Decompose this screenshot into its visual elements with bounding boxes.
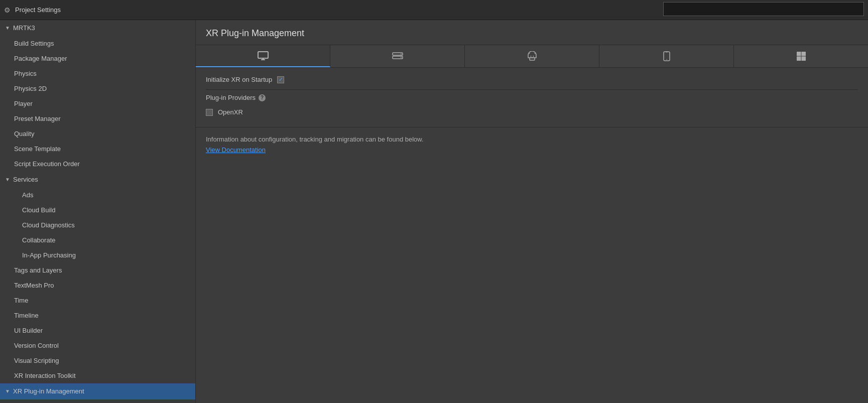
content-panel: XR Plug-in Management <box>196 20 868 403</box>
desktop-icon <box>258 51 269 60</box>
sidebar-item-tags-and-layers[interactable]: Tags and Layers <box>0 263 195 278</box>
sidebar-item-openxr[interactable]: OpenXR <box>0 399 195 403</box>
tab-android[interactable] <box>465 45 599 67</box>
svg-point-8 <box>530 56 531 57</box>
server-icon <box>392 52 403 61</box>
svg-point-9 <box>533 56 534 57</box>
sidebar-category-label: MRTK3 <box>13 23 35 34</box>
sidebar-item-visual-scripting[interactable]: Visual Scripting <box>0 353 195 368</box>
sidebar-item-ui-builder[interactable]: UI Builder <box>0 323 195 338</box>
sidebar-item-label: Preset Manager <box>14 115 61 122</box>
sidebar-item-label: Physics <box>14 70 37 77</box>
sidebar-item-textmesh-pro[interactable]: TextMesh Pro <box>0 278 195 293</box>
sidebar-category-label: Services <box>13 174 38 185</box>
initialize-xr-label: Initialize XR on Startup <box>206 76 272 83</box>
sidebar-item-label: Version Control <box>14 342 59 349</box>
sidebar-item-label: Visual Scripting <box>14 357 59 364</box>
sidebar-item-physics[interactable]: Physics <box>0 66 195 81</box>
window-title: Project Settings <box>15 6 61 14</box>
tab-desktop[interactable] <box>196 45 330 67</box>
sidebar-item-quality[interactable]: Quality <box>0 126 195 142</box>
title-bar-left: ⚙ Project Settings <box>4 6 61 14</box>
windows-icon <box>796 51 806 61</box>
search-container <box>663 2 864 16</box>
tab-ios[interactable] <box>599 45 734 67</box>
sidebar-item-label: Quality <box>14 130 34 138</box>
sidebar-item-xr-plugin-management[interactable]: ▼ XR Plug-in Management <box>0 383 195 399</box>
tab-dedicated-server[interactable] <box>330 45 465 67</box>
sidebar-item-in-app-purchasing[interactable]: In-App Purchasing <box>0 248 195 263</box>
sidebar-item-package-manager[interactable]: Package Manager <box>0 51 195 66</box>
plugin-providers-label: Plug-in Providers <box>206 94 256 101</box>
title-bar: ⚙ Project Settings ⋮ □ ✕ <box>0 0 868 20</box>
svg-point-5 <box>401 54 402 55</box>
sidebar-item-scene-template[interactable]: Scene Template <box>0 142 195 157</box>
svg-rect-7 <box>530 58 535 60</box>
info-text: Information about configuration, trackin… <box>206 136 424 143</box>
sidebar-item-physics-2d[interactable]: Physics 2D <box>0 81 195 96</box>
sidebar-item-label: TextMesh Pro <box>14 282 54 289</box>
sidebar-scroll[interactable]: ▼ MRTK3 Build Settings Package Manager P… <box>0 20 195 403</box>
sidebar-item-label: Script Execution Order <box>14 160 80 168</box>
sidebar-item-label: Cloud Build <box>22 206 56 214</box>
sidebar-item-build-settings[interactable]: Build Settings <box>0 36 195 51</box>
svg-rect-17 <box>797 57 801 61</box>
svg-rect-0 <box>258 52 268 58</box>
sidebar-item-label: Package Manager <box>14 55 67 62</box>
sidebar-item-label: XR Interaction Toolkit <box>14 372 76 379</box>
sidebar-item-cloud-diagnostics[interactable]: Cloud Diagnostics <box>0 218 195 233</box>
tab-windows[interactable] <box>734 45 868 67</box>
info-section: Information about configuration, trackin… <box>196 127 868 162</box>
sidebar-item-label: Ads <box>22 191 33 199</box>
initialize-xr-row: Initialize XR on Startup <box>206 76 858 83</box>
sidebar-item-label: Physics 2D <box>14 85 47 92</box>
sidebar-item-cloud-build[interactable]: Cloud Build <box>0 203 195 218</box>
sidebar-item-player[interactable]: Player <box>0 96 195 111</box>
search-input[interactable] <box>663 2 864 16</box>
sidebar-item-script-execution-order[interactable]: Script Execution Order <box>0 157 195 172</box>
plugin-providers-header: Plug-in Providers ? <box>206 89 858 105</box>
sidebar-item-label: Timeline <box>14 312 39 319</box>
chevron-down-icon: ▼ <box>5 23 11 34</box>
help-icon[interactable]: ? <box>259 94 266 101</box>
sidebar-item-ads[interactable]: Ads <box>0 188 195 203</box>
settings-icon: ⚙ <box>4 6 12 14</box>
sidebar-item-label: Collaborate <box>22 236 56 244</box>
svg-rect-18 <box>801 57 806 61</box>
sidebar-item-timeline[interactable]: Timeline <box>0 308 195 323</box>
sidebar-category-mrtk3[interactable]: ▼ MRTK3 <box>0 20 195 36</box>
xr-section: Initialize XR on Startup Plug-in Provide… <box>196 68 868 127</box>
sidebar-item-label: Cloud Diagnostics <box>22 221 75 229</box>
ios-icon <box>663 51 670 61</box>
sidebar-item-label: UI Builder <box>14 327 43 334</box>
openxr-label: OpenXR <box>218 108 243 116</box>
sidebar-item-collaborate[interactable]: Collaborate <box>0 233 195 248</box>
sidebar-item-label: In-App Purchasing <box>22 251 76 259</box>
android-icon <box>528 51 537 61</box>
sidebar-category-label: XR Plug-in Management <box>13 386 84 397</box>
chevron-down-icon: ▼ <box>5 386 11 397</box>
sidebar-item-label: Time <box>14 297 28 304</box>
sidebar-item-time[interactable]: Time <box>0 293 195 308</box>
svg-rect-15 <box>797 52 801 56</box>
sidebar-item-label: Player <box>14 100 33 107</box>
sidebar: ▼ MRTK3 Build Settings Package Manager P… <box>0 20 196 403</box>
content-title: XR Plug-in Management <box>196 20 868 45</box>
provider-row-openxr: OpenXR <box>206 105 858 119</box>
sidebar-item-preset-manager[interactable]: Preset Manager <box>0 111 195 126</box>
svg-point-13 <box>666 59 667 60</box>
main-layout: ▼ MRTK3 Build Settings Package Manager P… <box>0 20 868 403</box>
openxr-checkbox[interactable] <box>206 109 213 116</box>
svg-rect-16 <box>801 52 806 56</box>
platform-tabs <box>196 45 868 68</box>
sidebar-item-label: Scene Template <box>14 145 61 153</box>
sidebar-item-version-control[interactable]: Version Control <box>0 338 195 353</box>
sidebar-item-label: Build Settings <box>14 40 54 47</box>
sidebar-category-services[interactable]: ▼ Services <box>0 172 195 188</box>
svg-point-6 <box>401 57 402 58</box>
sidebar-item-label: Tags and Layers <box>14 266 62 274</box>
sidebar-item-xr-interaction-toolkit[interactable]: XR Interaction Toolkit <box>0 368 195 383</box>
view-documentation-link[interactable]: View Documentation <box>206 146 858 154</box>
initialize-xr-checkbox[interactable] <box>277 76 284 83</box>
chevron-down-icon: ▼ <box>5 174 11 185</box>
